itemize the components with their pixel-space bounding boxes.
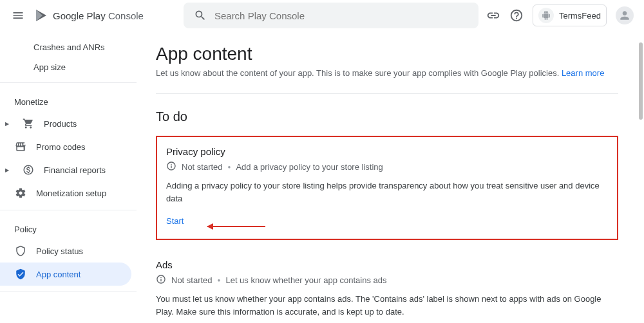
start-button[interactable]: Start: [166, 216, 608, 226]
sidebar-item-products[interactable]: ▶Products: [0, 112, 131, 135]
card-ads: Ads Not started ● Let us know whether yo…: [156, 250, 618, 323]
card-status: Not started: [171, 275, 213, 285]
storefront-icon: [14, 140, 27, 153]
sidebar-item-policy-status[interactable]: Policy status: [0, 239, 131, 263]
user-chip[interactable]: TermsFeed: [533, 5, 607, 26]
info-icon: [156, 274, 166, 286]
annotation-arrow: [207, 226, 265, 227]
sidebar-item-crashes[interactable]: Crashes and ANRs: [0, 37, 131, 57]
sidebar-item-promo[interactable]: Promo codes: [0, 135, 131, 158]
shield-icon: [14, 245, 27, 257]
section-monetize: Monetize: [0, 88, 137, 112]
logo[interactable]: Google Play Console: [33, 8, 144, 23]
card-title: Privacy policy: [166, 146, 608, 157]
user-name: TermsFeed: [559, 11, 601, 21]
dollar-icon: [22, 163, 35, 176]
avatar[interactable]: [616, 6, 634, 24]
info-icon: [166, 161, 176, 173]
sidebar-item-financial[interactable]: ▶Financial reports: [0, 158, 131, 181]
sidebar-item-monetization[interactable]: Monetization setup: [0, 181, 131, 205]
search-input[interactable]: [214, 10, 468, 21]
main-content: App content Let us know about the conten…: [137, 31, 644, 323]
play-console-icon: [33, 8, 49, 23]
menu-button[interactable]: [10, 8, 26, 23]
android-icon: [538, 8, 554, 23]
card-title: Ads: [156, 259, 618, 270]
card-desc: Adding a privacy policy to your store li…: [166, 180, 608, 205]
card-hint: Let us know whether your app contains ad…: [225, 275, 386, 285]
link-icon[interactable]: [486, 8, 500, 23]
cart-icon: [22, 117, 35, 130]
sidebar-item-app-content[interactable]: App content: [0, 263, 131, 286]
card-status: Not started: [182, 162, 223, 172]
help-icon[interactable]: [509, 8, 524, 23]
search-icon: [194, 9, 207, 22]
card-privacy-policy: Privacy policy Not started ● Add a priva…: [156, 136, 618, 240]
shield-check-icon: [14, 268, 27, 281]
todo-title: To do: [156, 109, 618, 124]
search-bar[interactable]: [184, 3, 478, 28]
card-hint: Add a privacy policy to your store listi…: [236, 162, 383, 172]
card-desc: You must let us know whether your app co…: [156, 293, 618, 318]
sidebar-item-appsize[interactable]: App size: [0, 57, 131, 77]
section-policy: Policy: [0, 216, 137, 239]
scrollbar[interactable]: [636, 31, 644, 323]
learn-more-link[interactable]: Learn more: [562, 68, 604, 78]
page-subtitle: Let us know about the content of your ap…: [156, 68, 618, 78]
page-title: App content: [156, 44, 618, 64]
sidebar: Crashes and ANRs App size Monetize ▶Prod…: [0, 31, 137, 323]
gear-icon: [14, 187, 27, 199]
